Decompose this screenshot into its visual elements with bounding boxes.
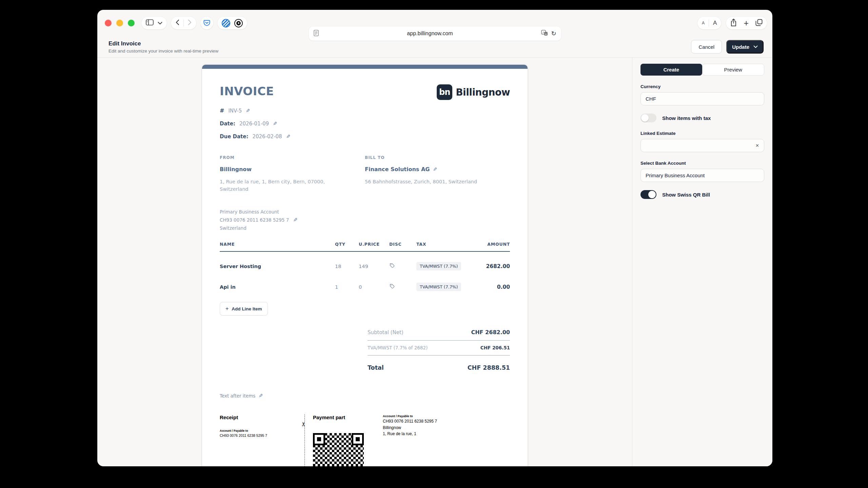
from-block: FROM Billingnow 1, Rue de la rue, 1, Ber… [220,155,365,193]
tab-overview-icon[interactable] [755,19,763,27]
qr-payment-section: Payment part Account / Payable to CH93 0… [305,414,437,466]
update-button[interactable]: Update [726,40,764,54]
edit-bill-to-icon[interactable]: ✎ [433,166,437,172]
subtotal-label: Subtotal (Net) [368,329,403,336]
show-items-with-tax-label: Show items with tax [662,115,711,121]
date-label: Date: [220,121,235,127]
back-icon[interactable] [175,19,179,27]
chevron-down-icon[interactable] [158,20,162,26]
pocket-extension-icon[interactable] [200,17,213,29]
from-label: FROM [220,155,365,160]
col-qty: QTY [335,242,359,247]
toolbar-right-group: A A + [697,17,767,29]
payment-payee: Billingnow [383,425,437,430]
edit-text-after-items-icon[interactable]: ✎ [259,393,263,399]
address-bar[interactable]: app.billingnow.com Aa ↻ [309,26,561,41]
discount-tag-icon[interactable] [389,263,416,270]
item-amount: 2682.00 [471,263,510,269]
tax-badge[interactable]: TVA/MWST (7.7%) [416,283,461,291]
linked-estimate-input[interactable]: ✕ [640,139,764,152]
update-button-label: Update [732,44,749,50]
tax-total-value: CHF 206.51 [480,345,510,350]
text-size-controls: A A [697,17,721,29]
swiss-qr-bill: Receipt Account / Payable to CH93 0076 2… [220,414,510,466]
sidebar-icon[interactable] [146,19,154,27]
col-tax: TAX [416,242,471,247]
currency-value: CHF [646,96,656,102]
table-row: Server Hosting 18 149 TVA/MWST (7.7%) 26… [220,252,510,272]
item-name: Api in [220,284,335,290]
share-icon[interactable] [730,19,737,28]
show-items-with-tax-toggle[interactable] [640,114,656,122]
increase-text-button[interactable]: A [713,20,717,26]
content-blocker-extension-icon[interactable] [222,19,230,27]
subtotal-value: CHF 2682.00 [471,329,510,336]
bank-country: Switzerland [220,224,510,232]
recorder-extension-icon[interactable] [234,19,243,27]
payment-payee-address: 1, Rue de la rue, 1 [383,431,437,436]
col-disc: DISC [389,242,416,247]
reload-icon[interactable]: ↻ [551,30,556,37]
date-value: 2026-01-09 [239,121,269,127]
close-window-button[interactable] [105,20,112,26]
bank-iban: CH93 0076 2011 6238 5295 7 [220,217,289,223]
new-tab-icon[interactable]: + [744,19,749,27]
currency-input[interactable]: CHF [640,92,764,105]
invoice-card: INVOICE # INV-5 ✎ Date: 2026-01-09 ✎ [202,65,528,466]
browser-toolbar: app.billingnow.com Aa ↻ A A + [97,10,772,36]
tab-create[interactable]: Create [640,64,702,76]
translate-icon[interactable]: Aa [541,30,548,37]
show-swiss-qr-bill-toggle[interactable] [640,190,656,199]
table-row: Api in 1 0 TVA/MWST (7.7%) 0.00 [220,272,510,293]
plus-icon: + [225,306,229,312]
item-qty[interactable]: 18 [335,264,359,269]
window-controls [105,20,135,26]
col-name: NAME [220,242,335,247]
url-text: app.billingnow.com [319,30,541,37]
invoice-number: INV-5 [228,108,242,114]
page-subtitle: Edit and customize your invoice with rea… [108,48,218,54]
totals-block: Subtotal (Net) CHF 2682.00 TVA/MWST (7.7… [368,329,510,371]
receipt-heading: Receipt [220,414,304,420]
tax-badge[interactable]: TVA/MWST (7.7%) [416,262,461,270]
bank-account-block: Primary Business Account CH93 0076 2011 … [220,208,510,232]
tax-total-label: TVA/MWST (7.7% of 2682) [368,345,428,350]
bank-account-select[interactable]: Primary Business Account [640,169,764,182]
edit-bank-icon[interactable]: ✎ [293,216,298,225]
invoice-number-hash: # [220,107,224,114]
chevron-down-icon [753,45,758,48]
payment-part-heading: Payment part [313,414,364,420]
table-header-row: NAME QTY U.PRICE DISC TAX AMOUNT [220,242,510,252]
edit-due-date-icon[interactable]: ✎ [286,134,291,140]
invoice-preview-area: INVOICE # INV-5 ✎ Date: 2026-01-09 ✎ [97,58,632,466]
zoom-window-button[interactable] [128,20,135,26]
add-line-item-button[interactable]: + Add Line Item [220,302,268,316]
clear-icon[interactable]: ✕ [755,143,759,148]
item-qty[interactable]: 1 [335,284,359,290]
cancel-button[interactable]: Cancel [691,40,722,54]
brand-name: Billingnow [456,87,510,98]
add-line-item-label: Add Line Item [232,306,262,311]
settings-sidebar: Create Preview Currency CHF Show items w… [632,58,772,466]
bill-to-block: BILL TO Finance Solutions AG ✎ 56 Bahnho… [365,155,510,193]
item-price[interactable]: 0 [359,284,389,290]
text-after-items-label: Text after items [220,393,255,399]
bill-to-address: 56 Bahnhofstrasse, Zurich, 8001, Switzer… [365,178,507,185]
tab-preview[interactable]: Preview [702,64,765,76]
currency-label: Currency [640,84,764,89]
bill-to-label: BILL TO [365,155,510,160]
edit-invoice-number-icon[interactable]: ✎ [246,108,250,114]
scissors-icon: ✂ [300,422,307,427]
qr-cut-line: ✂ [304,414,305,466]
reader-icon[interactable] [314,30,319,38]
decrease-text-button[interactable]: A [702,21,705,25]
minimize-window-button[interactable] [116,20,123,26]
show-swiss-qr-bill-label: Show Swiss QR Bill [662,192,710,198]
edit-date-icon[interactable]: ✎ [273,121,277,127]
page-title: Edit Invoice [108,40,218,47]
due-date-label: Due Date: [220,134,248,140]
discount-tag-icon[interactable] [389,283,416,290]
item-price[interactable]: 149 [359,264,389,269]
line-items-table: NAME QTY U.PRICE DISC TAX AMOUNT Server … [220,242,510,293]
forward-icon[interactable] [188,19,192,27]
